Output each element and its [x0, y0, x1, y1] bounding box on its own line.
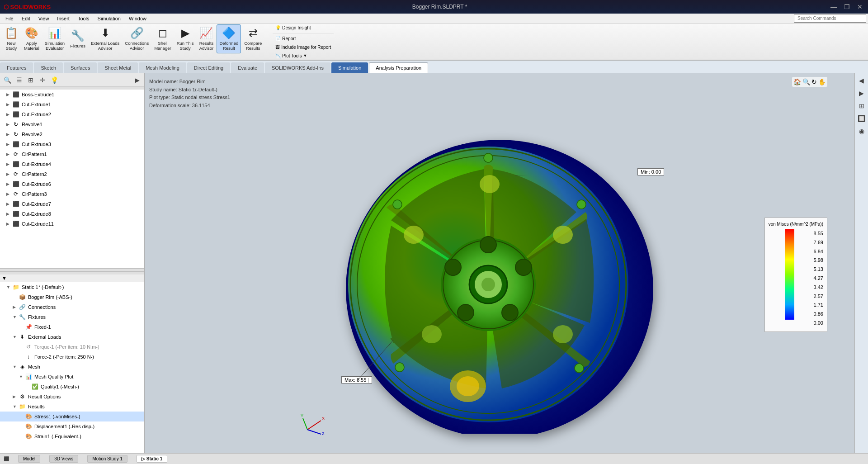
- grid-view-button[interactable]: ⊞: [25, 75, 36, 85]
- cut-extrude4-icon: ⬛: [12, 160, 20, 168]
- tab-sketch[interactable]: Sketch: [34, 62, 63, 73]
- search-input[interactable]: [794, 14, 866, 23]
- external-loads-button[interactable]: ⬇ External LoadsAdvisor: [89, 24, 122, 53]
- tree-item-strain1[interactable]: 🎨 Strain1 (-Equivalent-): [0, 431, 144, 441]
- cut-extrude7-icon: ⬛: [12, 200, 20, 208]
- right-panel-btn-2[interactable]: ▶: [856, 88, 867, 99]
- cirpattern1-label: CirPattern1: [22, 152, 47, 157]
- tree-item-boss-extrude1[interactable]: ▶ ⬛ Boss-Extrude1: [0, 90, 144, 99]
- color-legend: von Mises (N/mm^2 (MPa)) 8.55 7.69 6.84 …: [764, 218, 827, 332]
- tree-item-cut-extrude8[interactable]: ▶ ⬛ Cut-Extrude8: [0, 209, 144, 219]
- menu-view[interactable]: View: [35, 15, 53, 22]
- right-panel-btn-3[interactable]: ⊞: [856, 100, 867, 111]
- apply-material-button[interactable]: 🎨 ApplyMaterial: [22, 24, 42, 53]
- tree-item-fixtures[interactable]: ▼ 🔧 Fixtures: [0, 312, 144, 322]
- menu-simulation[interactable]: Simulation: [94, 15, 124, 22]
- tree-item-cut-extrude11[interactable]: ▶ ⬛ Cut-Extrude11: [0, 219, 144, 229]
- tab-surfaces[interactable]: Surfaces: [64, 62, 97, 73]
- deformed-result-button[interactable]: 🔷 DeformedResult: [217, 24, 241, 53]
- max-stress-center: [457, 376, 479, 396]
- close-button[interactable]: ✕: [855, 3, 864, 10]
- snap-button[interactable]: ✛: [37, 75, 48, 85]
- menu-edit[interactable]: Edit: [18, 15, 34, 22]
- right-panel-btn-1[interactable]: ◀: [856, 75, 867, 86]
- light-button[interactable]: 💡: [49, 75, 60, 85]
- compare-results-icon: ⇄: [249, 27, 258, 40]
- tree-item-revolve2[interactable]: ▶ ↻ Revolve2: [0, 129, 144, 139]
- menu-insert[interactable]: Insert: [53, 15, 73, 22]
- tree-item-quality1[interactable]: ✅ Quality1 (-Mesh-): [0, 382, 144, 392]
- legend-val-9: 0.86: [814, 310, 823, 319]
- include-image-button[interactable]: 🖼 Include Image for Report: [273, 44, 334, 51]
- status-tab-3dviews[interactable]: 3D Views: [49, 455, 78, 463]
- min-label: Min: 0.00: [637, 168, 664, 175]
- tree-item-cut-extrude4[interactable]: ▶ ⬛ Cut-Extrude4: [0, 159, 144, 169]
- view-pan-button[interactable]: ✋: [818, 78, 826, 85]
- tree-item-cirpattern3[interactable]: ▶ ⟳ CirPattern3: [0, 189, 144, 199]
- view-home-button[interactable]: 🏠: [793, 78, 801, 85]
- menu-tools[interactable]: Tools: [74, 15, 93, 22]
- simulation-evaluator-button[interactable]: 📊 SimulationEvaluator: [42, 24, 67, 53]
- results-advisor-button[interactable]: 📈 ResultsAdvisor: [197, 24, 216, 53]
- view-zoom-button[interactable]: 🔍: [802, 78, 810, 85]
- report-button[interactable]: 📄 Report: [273, 35, 334, 42]
- tree-item-mesh[interactable]: ▼ ◈ Mesh: [0, 362, 144, 372]
- new-study-icon: 📋: [5, 27, 18, 40]
- tree-item-revolve1[interactable]: ▶ ↻ Revolve1: [0, 119, 144, 129]
- tree-item-connections[interactable]: ▶ 🔗 Connections: [0, 302, 144, 312]
- status-tab-motion[interactable]: Motion Study 1: [87, 455, 127, 463]
- tree-item-cut-extrude2[interactable]: ▶ ⬛ Cut-Extrude2: [0, 109, 144, 119]
- list-view-button[interactable]: ☰: [14, 75, 24, 85]
- tree-item-static1[interactable]: ▼ 📁 Static 1* (-Default-): [0, 282, 144, 292]
- tree-item-mesh-quality-plot[interactable]: ▼ 📊 Mesh Quality Plot: [0, 372, 144, 382]
- minimize-button[interactable]: —: [829, 3, 839, 10]
- tab-sheet-metal[interactable]: Sheet Metal: [98, 62, 138, 73]
- stress-spot-3: [422, 325, 442, 343]
- tree-item-torque1[interactable]: ↺ Torque-1 (-Per item: 10 N.m-): [0, 342, 144, 352]
- tab-simulation[interactable]: Simulation: [331, 62, 368, 73]
- status-tab-static[interactable]: ▷ Static 1: [137, 455, 167, 463]
- menu-file[interactable]: File: [2, 15, 17, 22]
- tree-divider[interactable]: [0, 268, 144, 272]
- expand-sidebar-button[interactable]: ▶: [132, 75, 142, 85]
- tab-solidworks-addins[interactable]: SOLIDWORKS Add-Ins: [265, 62, 330, 73]
- canvas-area[interactable]: Model name: Bogger Rim Study name: Stati…: [145, 73, 854, 453]
- restore-button[interactable]: ❐: [842, 3, 852, 10]
- shell-manager-button[interactable]: ◻ ShellManager: [152, 24, 174, 53]
- tab-features[interactable]: Features: [0, 62, 33, 73]
- tree-item-stress1[interactable]: 🎨 Stress1 (-vonMises-): [0, 412, 144, 421]
- status-tab-model[interactable]: Model: [18, 455, 40, 463]
- title-bar-controls: — ❐ ✕: [829, 3, 864, 10]
- tree-item-result-options[interactable]: ▶ ⚙ Result Options: [0, 392, 144, 402]
- menu-window[interactable]: Window: [125, 15, 150, 22]
- tree-item-cut-extrude6[interactable]: ▶ ⬛ Cut-Extrude6: [0, 179, 144, 189]
- right-panel-btn-5[interactable]: ◉: [856, 126, 867, 137]
- tree-item-fixed1[interactable]: 📌 Fixed-1: [0, 322, 144, 332]
- compare-results-button[interactable]: ⇄ CompareResults: [242, 24, 264, 53]
- tab-analysis-preparation[interactable]: Analysis Preparation: [369, 62, 428, 73]
- new-study-button[interactable]: 📋 NewStudy: [2, 24, 21, 53]
- right-panel-btn-4[interactable]: 🔲: [856, 113, 867, 124]
- connections-advisor-button[interactable]: 🔗 ConnectionsAdvisor: [123, 24, 151, 53]
- tree-item-bogger-rim[interactable]: 📦 Bogger Rim (-ABS-): [0, 292, 144, 302]
- tree-item-cut-extrude3[interactable]: ▶ ⬛ Cut-Extrude3: [0, 139, 144, 149]
- run-study-button[interactable]: ▶ Run ThisStudy: [175, 24, 196, 53]
- view-rotate-button[interactable]: ↻: [811, 78, 817, 85]
- tree-item-cut-extrude1[interactable]: ▶ ⬛ Cut-Extrude1: [0, 99, 144, 109]
- filter-button[interactable]: 🔍: [2, 75, 13, 85]
- design-insight-button[interactable]: 💡 Design Insight: [273, 24, 334, 31]
- tab-direct-editing[interactable]: Direct Editing: [187, 62, 230, 73]
- tree-item-external-loads[interactable]: ▼ ⬇ External Loads: [0, 332, 144, 342]
- tree-item-cirpattern1[interactable]: ▶ ⟳ CirPattern1: [0, 149, 144, 159]
- tab-mesh-modeling[interactable]: Mesh Modeling: [139, 62, 186, 73]
- tab-evaluate[interactable]: Evaluate: [231, 62, 264, 73]
- tree-item-results[interactable]: ▼ 📁 Results: [0, 402, 144, 412]
- tree-item-displacement1[interactable]: 🎨 Displacement1 (-Res disp-): [0, 421, 144, 431]
- tree-item-cirpattern2[interactable]: ▶ ⟳ CirPattern2: [0, 169, 144, 179]
- fixtures-button[interactable]: 🔧 Fixtures: [68, 24, 88, 53]
- plot-tools-button[interactable]: 📉 Plot Tools ▼: [273, 52, 334, 59]
- shell-manager-icon: ◻: [158, 27, 167, 40]
- max-value: Max: 8.55: [344, 377, 366, 383]
- tree-item-cut-extrude7[interactable]: ▶ ⬛ Cut-Extrude7: [0, 199, 144, 209]
- tree-item-force2[interactable]: ↓ Force-2 (-Per item: 250 N-): [0, 352, 144, 362]
